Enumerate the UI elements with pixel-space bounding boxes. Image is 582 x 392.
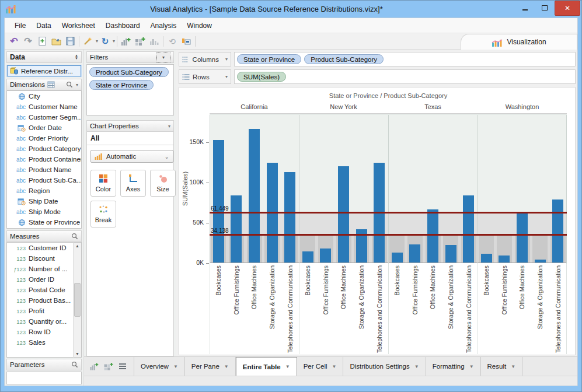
bar-california-office-furnishings[interactable]	[231, 195, 242, 262]
table-icon[interactable]	[47, 81, 55, 88]
rotate-button[interactable]: ⟲	[165, 35, 179, 48]
dimensions-header[interactable]: Dimensions ▾	[6, 79, 82, 90]
rows-pill-sum-sales[interactable]: SUM(Sales)	[237, 72, 286, 82]
datasource-item[interactable]: Reference Distr...	[7, 65, 81, 76]
measure-postal-code[interactable]: 123Postal Code	[7, 285, 73, 295]
mark-type-dropdown[interactable]: Automatic ⌄	[90, 150, 173, 163]
bar-texas-office-furnishings[interactable]	[409, 244, 420, 262]
bar-washington-telephones-and-communication[interactable]	[552, 200, 563, 262]
sheet-tab-per-cell[interactable]: Per Cell▼	[297, 357, 344, 376]
dimension-ship-mode[interactable]: abcShip Mode	[7, 206, 81, 217]
dimension-state-or-province[interactable]: State or Province	[7, 217, 81, 228]
chart-properties-header[interactable]: Chart Properties ▾	[86, 120, 174, 132]
chart-canvas[interactable]: State or Province / Product Sub-Category…	[179, 87, 576, 355]
sheet-tab-overview[interactable]: Overview▼	[134, 357, 185, 376]
plot-area[interactable]: 61,44934,138	[210, 114, 567, 263]
measure-product-bas[interactable]: 123Product Bas...	[7, 295, 73, 306]
search-icon[interactable]	[71, 361, 78, 368]
measure-sales[interactable]: 123Sales	[7, 337, 73, 348]
chart-properties-collapse-caret[interactable]: ▾	[168, 124, 170, 129]
dimension-product-container[interactable]: abcProduct Container	[7, 154, 81, 164]
add-dashboard-button[interactable]	[133, 35, 147, 48]
scroll-up-icon[interactable]: ▲	[75, 244, 79, 248]
menu-dashboard[interactable]: Dashboard	[100, 19, 145, 32]
measure-profit[interactable]: 123Profit	[7, 306, 73, 316]
dimension-customer-segm[interactable]: abcCustomer Segm...	[7, 112, 81, 123]
measures-header[interactable]: Measures	[6, 230, 82, 242]
measures-scrollbar[interactable]: ▲ ▼	[73, 242, 82, 358]
scrollbar-thumb[interactable]	[74, 283, 81, 317]
dimension-product-sub-ca[interactable]: abcProduct Sub-Ca...	[7, 175, 81, 186]
scroll-down-icon[interactable]: ▼	[75, 352, 79, 356]
new-dashboard-icon[interactable]	[104, 362, 113, 370]
axes-button[interactable]: Axes	[120, 170, 146, 197]
filters-dropdown-button[interactable]: ▾	[156, 52, 170, 62]
rows-shelf[interactable]: SUM(Sales)	[234, 69, 576, 84]
refresh-dropdown-caret[interactable]: ▾	[113, 38, 115, 44]
columns-pill-state-or-province[interactable]: State or Province	[237, 54, 301, 64]
dimensions-dropdown-caret[interactable]: ▾	[76, 82, 78, 88]
bar-new-york-office-furnishings[interactable]	[320, 249, 331, 262]
columns-shelf[interactable]: State or ProvinceProduct Sub-Category	[234, 52, 576, 66]
rows-caret[interactable]: ▾	[225, 74, 228, 79]
search-icon[interactable]	[66, 81, 73, 88]
panel-collapse-icon[interactable]: ▲▼	[75, 54, 78, 60]
visualization-tab[interactable]: Visualization	[461, 34, 577, 50]
search-icon[interactable]	[71, 233, 78, 240]
minimize-button[interactable]	[515, 1, 535, 15]
undo-button[interactable]: ↶	[7, 35, 21, 48]
redo-button[interactable]: ↷	[21, 35, 35, 48]
save-button[interactable]	[63, 35, 77, 48]
dimension-region[interactable]: abcRegion	[7, 186, 81, 196]
bar-california-office-machines[interactable]	[249, 129, 260, 262]
break-button[interactable]: Break	[90, 201, 116, 228]
filter-pill-state-or-province[interactable]: State or Province	[89, 80, 154, 90]
dimension-order-priority[interactable]: abcOrder Priority	[7, 133, 81, 144]
chart-type-button[interactable]	[147, 35, 161, 48]
sheet-tab-result[interactable]: Result▼	[481, 357, 523, 376]
new-worksheet-icon[interactable]	[90, 362, 99, 370]
sheet-tab-entire-table[interactable]: Entire Table▼	[236, 357, 297, 376]
measure-customer-id[interactable]: 123Customer ID	[7, 243, 73, 253]
maximize-button[interactable]	[535, 1, 555, 15]
dimension-customer-name[interactable]: abcCustomer Name	[7, 102, 81, 112]
filter-pill-product-sub-category[interactable]: Product Sub-Category	[89, 67, 169, 77]
rows-shelf-label[interactable]: Rows ▾	[179, 69, 231, 84]
measure-number-of[interactable]: ƒ123Number of ...	[7, 264, 73, 274]
columns-caret[interactable]: ▾	[225, 57, 228, 62]
close-button[interactable]: ✕	[555, 1, 580, 16]
bar-texas-office-machines[interactable]	[427, 209, 438, 262]
bar-new-york-office-machines[interactable]	[338, 166, 349, 262]
dimension-product-category[interactable]: abcProduct Category	[7, 144, 81, 154]
bar-texas-bookcases[interactable]	[392, 253, 403, 262]
bar-washington-office-furnishings[interactable]	[499, 256, 510, 262]
new-file-button[interactable]	[35, 35, 49, 48]
size-button[interactable]: Size	[150, 170, 176, 197]
sheet-tab-per-pane[interactable]: Per Pane▼	[185, 357, 236, 376]
presentation-button[interactable]	[179, 35, 193, 48]
sheet-tab-formatting[interactable]: Formatting▼	[426, 357, 481, 376]
dimension-order-date[interactable]: Order Date	[7, 123, 81, 133]
bar-washington-storage-organization[interactable]	[535, 260, 546, 262]
bar-washington-office-machines[interactable]	[517, 213, 528, 262]
dimension-ship-date[interactable]: Ship Date	[7, 196, 81, 206]
sheet-list-icon[interactable]	[119, 363, 127, 370]
menu-window[interactable]: Window	[182, 19, 217, 32]
bar-california-telephones-and-communication[interactable]	[284, 172, 295, 262]
color-button[interactable]: Color	[90, 170, 116, 197]
refresh-button[interactable]: ↻	[98, 35, 112, 48]
measure-quantity-or[interactable]: 123Quantity or...	[7, 316, 73, 327]
columns-pill-product-sub-category[interactable]: Product Sub-Category	[304, 54, 384, 64]
bar-texas-telephones-and-communication[interactable]	[463, 195, 474, 262]
sheet-tab-distribution-settings[interactable]: Distribution Settings▼	[343, 357, 426, 376]
measure-row-id[interactable]: 123Row ID	[7, 327, 73, 337]
bar-washington-bookcases[interactable]	[481, 254, 492, 262]
menu-file[interactable]: File	[9, 19, 31, 32]
columns-shelf-label[interactable]: Columns ▾	[179, 52, 231, 66]
open-button[interactable]	[49, 35, 63, 48]
wand-button[interactable]	[81, 35, 95, 48]
menu-data[interactable]: Data	[31, 19, 56, 32]
menu-analysis[interactable]: Analysis	[145, 19, 182, 32]
measure-discount[interactable]: 123Discount	[7, 253, 73, 264]
menu-worksheet[interactable]: Worksheet	[57, 19, 100, 32]
